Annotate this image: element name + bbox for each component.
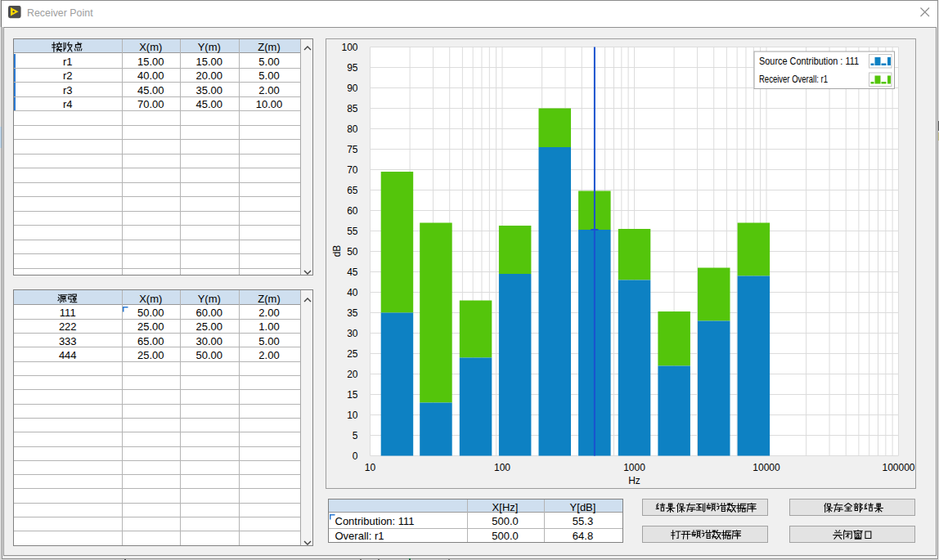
svg-text:0: 0 xyxy=(353,450,358,462)
svg-text:50: 50 xyxy=(347,246,358,258)
svg-text:10: 10 xyxy=(347,410,358,421)
svg-text:1000: 1000 xyxy=(623,462,645,473)
svg-text:35: 35 xyxy=(347,307,358,319)
svg-text:Source Contribution : 111: Source Contribution : 111 xyxy=(759,56,859,67)
svg-text:75: 75 xyxy=(347,144,358,155)
svg-text:5: 5 xyxy=(353,430,358,441)
svg-text:100: 100 xyxy=(341,42,357,53)
svg-text:45: 45 xyxy=(347,267,358,278)
svg-text:90: 90 xyxy=(347,83,358,94)
svg-text:25: 25 xyxy=(347,348,358,360)
svg-text:10000: 10000 xyxy=(753,462,780,473)
svg-text:55: 55 xyxy=(347,226,358,237)
svg-text:80: 80 xyxy=(347,123,358,135)
svg-text:100: 100 xyxy=(494,462,510,473)
svg-text:60: 60 xyxy=(347,205,358,217)
svg-text:20: 20 xyxy=(347,369,358,380)
svg-text:Receiver Overall: r1: Receiver Overall: r1 xyxy=(759,74,828,85)
svg-text:Hz: Hz xyxy=(628,475,640,486)
svg-text:70: 70 xyxy=(347,164,358,176)
svg-text:100000: 100000 xyxy=(882,462,914,473)
svg-text:15: 15 xyxy=(347,389,358,401)
svg-text:dB: dB xyxy=(331,245,343,258)
svg-text:30: 30 xyxy=(347,328,358,339)
svg-text:10: 10 xyxy=(365,462,376,473)
svg-text:40: 40 xyxy=(347,287,358,298)
svg-text:95: 95 xyxy=(347,62,358,74)
svg-text:65: 65 xyxy=(347,185,358,196)
svg-text:85: 85 xyxy=(347,103,358,114)
